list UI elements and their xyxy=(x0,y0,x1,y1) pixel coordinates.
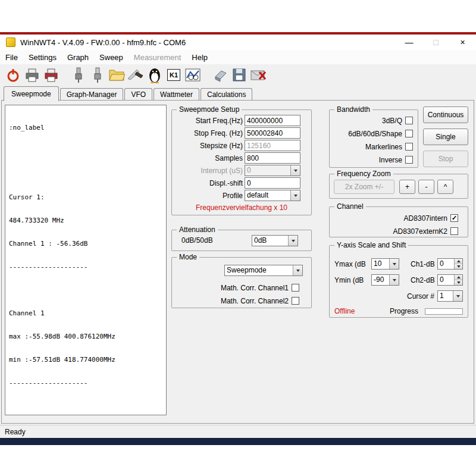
ch1-shift-value: 0 xyxy=(438,259,454,269)
menu-measurement[interactable]: Measurement xyxy=(129,51,186,64)
zoom-up-button[interactable]: ^ xyxy=(437,180,453,194)
k1-badge-icon[interactable]: K1 xyxy=(164,66,183,84)
stop-freq-label: Stop Freq. (Hz) xyxy=(173,129,243,137)
penguin-icon[interactable] xyxy=(145,66,164,84)
zoom-minus-button[interactable]: - xyxy=(418,180,434,194)
dropdown-arrow-icon[interactable] xyxy=(288,236,298,246)
inverse-label: Inverse xyxy=(330,156,402,164)
single-button[interactable]: Single xyxy=(423,129,468,145)
zoom-plus-button[interactable]: + xyxy=(399,180,415,194)
info-line: max :-55.98dB 400.876120MHz xyxy=(9,333,162,340)
tab-wattmeter[interactable]: Wattmeter xyxy=(154,88,199,101)
menu-bar: File Settings Graph Sweep Measurement He… xyxy=(0,50,476,64)
bandwidth-3db-checkbox[interactable] xyxy=(405,117,413,124)
tab-vfo[interactable]: VFO xyxy=(124,88,152,101)
tab-bar: Sweepmode Graph-Manager VFO Wattmeter Ca… xyxy=(4,86,253,101)
menu-graph[interactable]: Graph xyxy=(62,51,94,64)
print-color-icon[interactable] xyxy=(42,66,61,84)
channel-title: Channel xyxy=(334,202,366,211)
dropdown-arrow-icon[interactable] xyxy=(389,275,399,285)
close-button[interactable]: × xyxy=(449,35,476,50)
interrupt-value: 0 xyxy=(245,165,290,176)
math-corr-ch1-label: Math. Corr. Channel1 xyxy=(173,284,289,292)
title-bar: WinNWT4 - V.4.09 - FW:0.00 - hfm9.hfc - … xyxy=(0,35,476,50)
ymax-select[interactable]: 10 xyxy=(371,258,399,270)
knife-icon[interactable] xyxy=(126,66,145,84)
status-bar: Ready xyxy=(0,425,476,438)
bandwidth-6db-checkbox[interactable] xyxy=(405,130,413,137)
connector-1-icon[interactable] xyxy=(69,66,88,84)
profile-select[interactable]: default xyxy=(245,190,300,201)
stop-freq-input[interactable] xyxy=(245,127,300,139)
tab-graph-manager[interactable]: Graph-Manager xyxy=(60,88,124,101)
print-icon[interactable] xyxy=(23,66,42,84)
displ-shift-label: Displ.-shift xyxy=(173,179,243,187)
save-floppy-icon[interactable] xyxy=(230,66,249,84)
info-line: :no_label xyxy=(9,124,162,131)
profile-label: Profile xyxy=(173,192,243,200)
math-corr-ch2-checkbox[interactable] xyxy=(292,297,299,305)
spin-down-icon[interactable] xyxy=(455,280,462,285)
eraser-icon[interactable] xyxy=(211,66,230,84)
minimize-button[interactable]: — xyxy=(396,35,422,50)
menu-settings[interactable]: Settings xyxy=(23,51,62,64)
spin-up-icon[interactable] xyxy=(455,259,462,264)
ad8307-intern-label: AD8307intern xyxy=(342,214,447,223)
bandwidth-group: Bandwidth 3dB/Q 6dB/60dB/Shape Markerlin… xyxy=(329,109,418,168)
dropdown-arrow-icon[interactable] xyxy=(453,291,462,301)
dropdown-arrow-icon[interactable] xyxy=(290,190,300,201)
cursor-number-select[interactable]: 1 xyxy=(437,290,463,302)
power-off-icon[interactable] xyxy=(4,66,23,84)
chart-view-icon[interactable] xyxy=(183,66,202,84)
inverse-checkbox[interactable] xyxy=(405,156,413,164)
math-corr-ch1-checkbox[interactable] xyxy=(292,284,299,292)
stepsize-input xyxy=(245,140,300,151)
ch1-shift-spinner[interactable]: 0 xyxy=(437,258,463,270)
stop-button: Stop xyxy=(423,151,468,167)
tab-calculations[interactable]: Calculations xyxy=(201,88,252,101)
dropdown-arrow-icon[interactable] xyxy=(293,265,302,275)
samples-input[interactable] xyxy=(245,152,300,164)
info-line: Channel 1 xyxy=(9,309,162,317)
ad8307-intern-checkbox[interactable]: ✓ xyxy=(450,214,458,222)
ad8307-extern-checkbox[interactable] xyxy=(450,227,458,235)
mode-select[interactable]: Sweepmode xyxy=(224,265,303,276)
toolbar-separator xyxy=(61,66,69,84)
zoom-2x-button: 2x Zoom +/- xyxy=(334,180,394,194)
start-freq-input[interactable] xyxy=(245,115,300,126)
app-icon xyxy=(6,37,15,47)
window-title: WinNWT4 - V.4.09 - FW:0.00 - hfm9.hfc - … xyxy=(20,38,186,47)
attenuation-select[interactable]: 0dB xyxy=(252,235,298,246)
menu-sweep[interactable]: Sweep xyxy=(94,51,129,64)
frequency-multiplier-note: Frequenzvervielfachung x 10 xyxy=(172,203,311,212)
spinner-buttons xyxy=(454,259,462,269)
info-line xyxy=(9,147,162,155)
connector-2-icon[interactable] xyxy=(88,66,107,84)
progress-bar xyxy=(425,308,463,315)
maximize-button[interactable]: □ xyxy=(422,35,449,50)
spin-down-icon[interactable] xyxy=(455,264,462,269)
profile-value: default xyxy=(245,190,290,201)
info-panel: :no_label Cursor 1: 484.733320 MHz Chann… xyxy=(5,105,167,415)
info-line: -------------------- xyxy=(9,379,162,387)
ymin-select[interactable]: -90 xyxy=(371,274,399,286)
markerlines-checkbox[interactable] xyxy=(405,143,413,151)
mode-group: Mode Sweepmode Math. Corr. Channel1 Math… xyxy=(171,257,312,308)
tab-sweepmode[interactable]: Sweepmode xyxy=(4,86,59,101)
ch2-shift-spinner[interactable]: 0 xyxy=(437,274,463,286)
displ-shift-input[interactable] xyxy=(245,177,300,189)
info-line: Channel 1 : -56.36dB xyxy=(9,240,162,248)
menu-file[interactable]: File xyxy=(0,51,23,64)
open-folder-icon[interactable] xyxy=(107,66,126,84)
attenuation-group: Attenuation 0dB/50dB 0dB xyxy=(171,230,312,251)
dropdown-arrow-icon[interactable] xyxy=(389,259,399,269)
spin-up-icon[interactable] xyxy=(455,275,462,280)
ch2-shift-value: 0 xyxy=(438,275,454,285)
toolbar: K1 xyxy=(0,64,476,86)
continuous-button[interactable]: Continuous xyxy=(423,107,468,123)
attenuation-value: 0dB xyxy=(252,236,288,246)
stepsize-label: Stepsize (Hz) xyxy=(173,142,243,150)
markerlines-label: Markerlines xyxy=(330,143,402,151)
menu-help[interactable]: Help xyxy=(186,51,213,64)
mail-close-icon[interactable] xyxy=(249,66,268,84)
